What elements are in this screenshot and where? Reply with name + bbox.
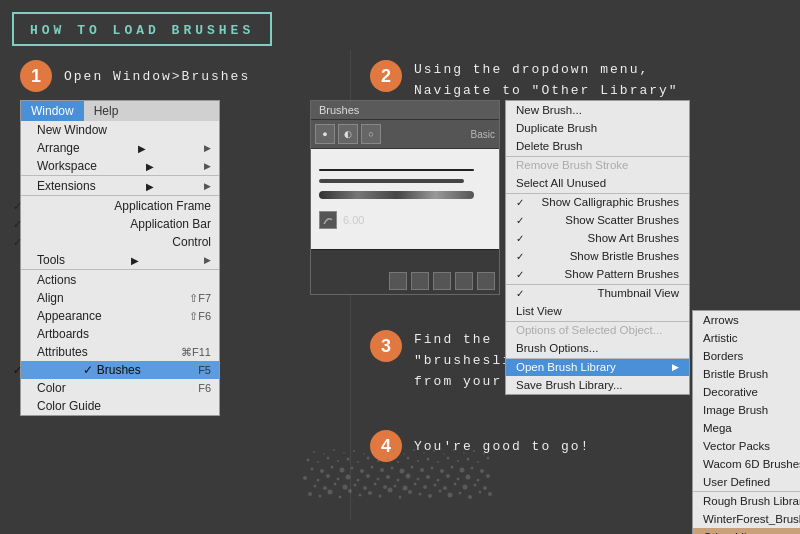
sub-mega[interactable]: Mega▶ (693, 419, 800, 437)
svg-point-17 (479, 491, 482, 494)
menu-artboards[interactable]: Artboards (21, 325, 219, 343)
svg-point-82 (387, 458, 390, 461)
svg-point-103 (413, 449, 415, 451)
svg-point-32 (443, 486, 447, 490)
ctx-new-brush[interactable]: New Brush... (506, 101, 689, 119)
sub-other-library[interactable]: Other Library... (693, 528, 800, 534)
menu-actions[interactable]: Actions (21, 269, 219, 289)
svg-point-95 (333, 449, 335, 451)
sub-wacom[interactable]: Wacom 6D Brushes▶ (693, 455, 800, 473)
menu-control[interactable]: Control (21, 233, 219, 251)
ctx-open-library[interactable]: Open Brush Library▶ (506, 358, 689, 376)
step2-area: 2 Using the dropdown menu, Navigate to "… (370, 60, 679, 102)
svg-point-9 (399, 496, 402, 499)
svg-point-66 (411, 466, 414, 469)
svg-point-15 (459, 492, 462, 495)
sub-image[interactable]: Image Brush▶ (693, 401, 800, 419)
svg-point-43 (366, 474, 370, 478)
menu-attributes[interactable]: Attributes ⌘F11 (21, 343, 219, 361)
ctx-select-unused[interactable]: Select All Unused (506, 174, 689, 192)
svg-point-75 (317, 461, 319, 463)
step2-text: Using the dropdown menu, Navigate to "Ot… (414, 60, 679, 102)
ctx-show-bristle[interactable]: Show Bristle Brushes (506, 247, 689, 265)
menu-app-frame[interactable]: Application Frame (21, 195, 219, 215)
sub-decorative[interactable]: Decorative▶ (693, 383, 800, 401)
sub-borders[interactable]: Borders▶ (693, 347, 800, 365)
step2-circle: 2 (370, 60, 402, 92)
ctx-delete-brush[interactable]: Delete Brush (506, 137, 689, 155)
menu-color-guide[interactable]: Color Guide (21, 397, 219, 415)
brush-tool-delete[interactable]: ○ (361, 124, 381, 144)
brush-action-3[interactable] (433, 272, 451, 290)
ctx-thumbnail-view[interactable]: Thumbnail View (506, 284, 689, 302)
sub-rough[interactable]: Rough Brush Library (693, 491, 800, 510)
svg-point-76 (327, 457, 330, 460)
menu-app-bar[interactable]: Application Bar (21, 215, 219, 233)
ctx-duplicate-brush[interactable]: Duplicate Brush (506, 119, 689, 137)
svg-point-96 (343, 452, 345, 454)
svg-point-91 (477, 461, 479, 463)
ctx-remove-stroke[interactable]: Remove Brush Stroke (506, 156, 689, 174)
ctx-show-pattern[interactable]: Show Pattern Brushes (506, 265, 689, 283)
svg-point-81 (377, 460, 379, 462)
svg-point-1 (319, 495, 322, 498)
step1-area: 1 Open Window>Brushes (20, 60, 250, 92)
ctx-show-scatter[interactable]: Show Scatter Brushes (506, 211, 689, 229)
ctx-show-art[interactable]: Show Art Brushes (506, 229, 689, 247)
svg-point-106 (443, 453, 445, 455)
sub-arrows[interactable]: Arrows▶ (693, 311, 800, 329)
svg-point-68 (431, 467, 434, 470)
title-text: HOW TO LOAD BRUSHES (30, 23, 254, 38)
ctx-brush-options[interactable]: Brush Options... (506, 339, 689, 357)
sub-user-defined[interactable]: User Defined▶ (693, 473, 800, 491)
svg-point-99 (373, 449, 375, 451)
brush-preview-area: 6.00 (311, 149, 499, 249)
ctx-save-library[interactable]: Save Brush Library... (506, 376, 689, 394)
svg-point-0 (308, 492, 312, 496)
svg-point-49 (426, 475, 430, 479)
svg-point-46 (397, 479, 400, 482)
sub-bristle[interactable]: Bristle Brush▶ (693, 365, 800, 383)
sub-artistic[interactable]: Artistic▶ (693, 329, 800, 347)
svg-point-67 (420, 468, 424, 472)
menu-align[interactable]: Align ⇧F7 (21, 289, 219, 307)
menu-header-help[interactable]: Help (84, 101, 129, 121)
svg-point-80 (367, 457, 370, 460)
brush-action-5[interactable] (477, 272, 495, 290)
brush-action-1[interactable] (389, 272, 407, 290)
sub-vector-packs[interactable]: Vector Packs▶ (693, 437, 800, 455)
svg-point-83 (397, 461, 399, 463)
svg-point-29 (414, 483, 417, 486)
menu-color[interactable]: Color F6 (21, 379, 219, 397)
menu-extensions[interactable]: Extensions ▶ (21, 175, 219, 195)
brush-tool-new[interactable]: ● (315, 124, 335, 144)
svg-point-19 (314, 485, 317, 488)
menu-appearance[interactable]: Appearance ⇧F6 (21, 307, 219, 325)
svg-point-52 (457, 478, 460, 481)
brush-action-2[interactable] (411, 272, 429, 290)
svg-point-100 (383, 452, 385, 454)
ctx-list-view[interactable]: List View (506, 302, 689, 320)
menu-arrange[interactable]: Arrange ▶ (21, 139, 219, 157)
menu-workspace[interactable]: Workspace ▶ (21, 157, 219, 175)
svg-point-55 (486, 474, 490, 478)
menu-tools[interactable]: Tools ▶ (21, 251, 219, 269)
sub-winter-forest[interactable]: WinterForest_BrushLibrary (693, 510, 800, 528)
ctx-options-selected[interactable]: Options of Selected Object... (506, 321, 689, 339)
menu-new-window[interactable]: New Window (21, 121, 219, 139)
svg-point-18 (488, 492, 492, 496)
brush-action-4[interactable] (455, 272, 473, 290)
svg-point-79 (357, 461, 359, 463)
brush-size-label: 6.00 (343, 214, 364, 226)
menu-brushes[interactable]: ✓ Brushes F5 (21, 361, 219, 379)
svg-point-11 (419, 493, 422, 496)
menu-header-window[interactable]: Window (21, 101, 84, 121)
ctx-show-calligraphic[interactable]: Show Calligraphic Brushes (506, 193, 689, 211)
svg-point-13 (439, 490, 442, 493)
brush-tool-options[interactable]: ◐ (338, 124, 358, 144)
svg-point-65 (400, 469, 405, 474)
svg-point-107 (453, 449, 455, 451)
svg-point-97 (353, 450, 355, 452)
title-banner: HOW TO LOAD BRUSHES (12, 12, 272, 46)
svg-point-102 (403, 453, 405, 455)
